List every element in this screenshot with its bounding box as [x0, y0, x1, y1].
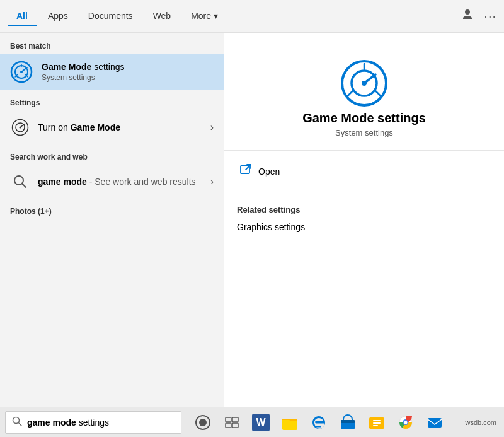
search-icon	[10, 172, 30, 192]
svg-point-10	[19, 126, 21, 128]
svg-point-25	[199, 419, 207, 426]
tab-apps[interactable]: Apps	[39, 7, 77, 26]
taskbar-explorer-icon[interactable]	[276, 409, 304, 436]
svg-line-18	[375, 91, 381, 96]
svg-line-23	[19, 422, 22, 426]
taskbar-edge-icon[interactable]	[305, 409, 333, 436]
best-match-title: Game Mode settings	[42, 62, 125, 72]
taskbar-search-text: game mode settings	[27, 417, 109, 428]
taskbar-icon-group: W	[189, 409, 449, 436]
taskbar-taskview-icon[interactable]	[218, 409, 246, 436]
chevron-right-icon: ›	[210, 122, 214, 133]
tab-all[interactable]: All	[8, 7, 37, 26]
taskbar-chrome-icon[interactable]	[392, 409, 420, 436]
svg-rect-33	[341, 420, 355, 423]
nav-right-icons: ···	[461, 8, 496, 24]
photos-label: Photos (1+)	[0, 198, 224, 219]
svg-point-41	[404, 421, 408, 424]
open-label: Open	[258, 166, 280, 177]
turn-on-game-mode-item[interactable]: Turn on Game Mode ›	[0, 111, 224, 144]
web-search-item[interactable]: game mode - See work and web results ›	[0, 165, 224, 198]
detail-header: Game Mode settings System settings	[224, 33, 504, 151]
best-match-item[interactable]: Game Mode settings System settings	[0, 54, 224, 90]
ellipsis-icon[interactable]: ···	[484, 9, 496, 23]
svg-rect-27	[232, 417, 238, 422]
web-chevron-right-icon: ›	[210, 176, 214, 187]
tab-web[interactable]: Web	[144, 7, 180, 26]
svg-line-12	[23, 184, 26, 188]
open-icon	[239, 163, 252, 179]
svg-rect-36	[373, 422, 381, 424]
detail-subtitle: System settings	[335, 128, 393, 137]
taskbar-search-box[interactable]: game mode settings	[5, 411, 181, 434]
detail-actions: Open	[224, 151, 504, 192]
top-navigation: All Apps Documents Web More ▾ ···	[0, 0, 504, 33]
taskbar-cortana-icon[interactable]	[189, 409, 217, 436]
graphics-settings-link[interactable]: Graphics settings	[237, 222, 491, 232]
svg-point-16	[362, 81, 367, 86]
best-match-label: Best match	[0, 33, 224, 54]
related-section: Related settings Graphics settings	[224, 192, 504, 250]
svg-rect-29	[232, 423, 238, 428]
best-match-text: Game Mode settings System settings	[42, 62, 125, 82]
best-match-subtitle: System settings	[42, 73, 125, 82]
related-settings-label: Related settings	[237, 205, 491, 214]
open-button[interactable]: Open	[237, 157, 491, 185]
taskbar-time: wsdb.com	[465, 419, 496, 426]
taskbar: game mode settings W	[0, 407, 504, 437]
svg-rect-37	[373, 425, 378, 426]
detail-title: Game Mode settings	[302, 111, 426, 125]
svg-rect-35	[373, 420, 381, 421]
svg-rect-42	[428, 418, 442, 428]
tab-more[interactable]: More ▾	[182, 7, 227, 26]
game-mode-settings-icon	[10, 117, 30, 137]
nav-tab-list: All Apps Documents Web More ▾	[8, 7, 227, 26]
web-search-label: game mode - See work and web results	[38, 177, 196, 187]
settings-label: Settings	[0, 90, 224, 111]
search-web-label: Search work and web	[0, 144, 224, 165]
action-item-left: Turn on Game Mode	[10, 117, 120, 137]
taskbar-mail-icon[interactable]	[421, 409, 449, 436]
svg-point-3	[20, 71, 23, 73]
svg-line-17	[348, 91, 353, 96]
main-area: Best match Game Mode settings System	[0, 33, 504, 407]
taskbar-store-icon[interactable]	[334, 409, 362, 436]
taskbar-time-area: wsdb.com	[465, 419, 499, 426]
detail-app-icon	[339, 58, 389, 111]
taskbar-filemanager-icon[interactable]	[363, 409, 391, 436]
right-panel: Game Mode settings System settings Open …	[224, 33, 504, 407]
svg-rect-31	[282, 419, 297, 420]
taskbar-search-icon	[12, 416, 22, 429]
svg-rect-26	[226, 417, 231, 422]
web-item-left: game mode - See work and web results	[10, 172, 196, 192]
turn-on-game-mode-label: Turn on Game Mode	[38, 122, 120, 132]
game-mode-icon-small	[10, 61, 33, 83]
person-icon[interactable]	[461, 8, 474, 24]
svg-rect-28	[226, 423, 231, 428]
left-panel: Best match Game Mode settings System	[0, 33, 224, 407]
taskbar-word-icon[interactable]: W	[247, 409, 275, 436]
tab-documents[interactable]: Documents	[79, 7, 142, 26]
